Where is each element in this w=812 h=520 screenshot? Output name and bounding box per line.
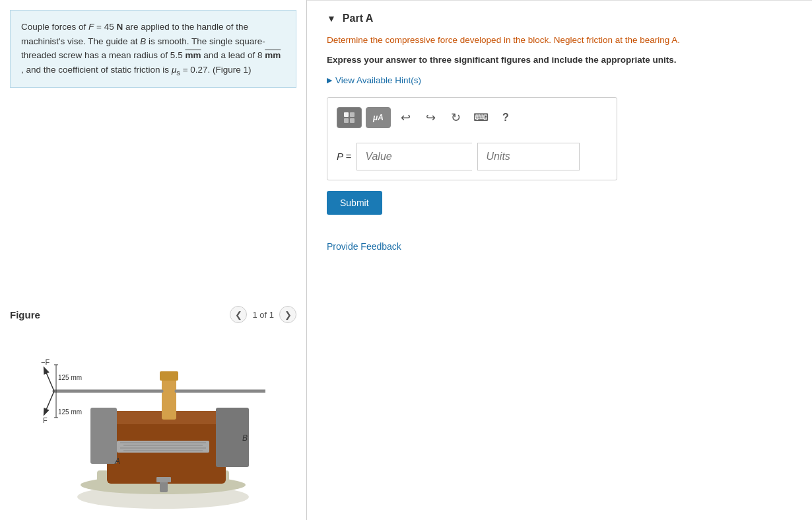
pos-force-label: F [43,416,48,424]
redo-icon: ↪ [426,110,436,125]
units-input[interactable] [477,143,580,170]
problem-statement: Couple forces of F = 45 N are applied to… [10,10,296,88]
right-panel: ▼ Part A Determine the compressive force… [307,0,812,520]
redo-button[interactable]: ↪ [420,107,441,128]
svg-rect-6 [90,408,117,464]
svg-rect-27 [350,118,355,123]
collapse-arrow[interactable]: ▼ [327,13,336,24]
prev-figure-button[interactable]: ❮ [230,306,247,323]
label-A: A [114,457,120,466]
undo-button[interactable]: ↩ [395,107,416,128]
problem-text: Couple forces of F = 45 N are applied to… [21,20,285,78]
dim-125mm-bot: 125 mm [58,408,82,416]
help-icon: ? [502,112,509,124]
mu-label: μA [373,113,384,122]
answer-box: μA ↩ ↪ ↻ ⌨ ? P = [327,97,617,180]
value-input[interactable] [356,143,472,170]
hint-text: View Available Hint(s) [335,75,421,85]
question-text: Determine the compressive force develope… [327,34,792,47]
svg-rect-12 [162,375,176,420]
svg-rect-24 [344,112,349,117]
mu-button[interactable]: μA [366,107,391,128]
input-row: P = [337,143,607,170]
keyboard-button[interactable]: ⌨ [470,107,491,128]
matrix-button[interactable] [337,107,362,128]
hint-arrow-icon: ▶ [327,76,332,85]
input-label: P = [337,151,351,162]
next-figure-button[interactable]: ❯ [279,306,296,323]
figure-header: Figure ❮ 1 of 1 ❯ [10,306,296,323]
part-a-section: ▼ Part A Determine the compressive force… [307,0,812,264]
vise-svg: A B −F F 125 mm [41,332,265,510]
part-header: ▼ Part A [327,13,792,24]
feedback-link[interactable]: Provide Feedback [327,241,401,252]
refresh-icon: ↻ [451,110,461,125]
submit-button[interactable]: Submit [327,191,382,215]
figure-title: Figure [10,309,40,320]
neg-force-label: −F [41,358,50,366]
dim-125mm-top: 125 mm [58,374,82,381]
hint-link[interactable]: ▶ View Available Hint(s) [327,75,792,85]
part-title: Part A [343,13,374,24]
svg-rect-13 [160,371,178,381]
toolbar: μA ↩ ↪ ↻ ⌨ ? [337,107,607,133]
help-button[interactable]: ? [495,107,516,128]
figure-section: Figure ❮ 1 of 1 ❯ [0,306,306,520]
label-B: B [242,433,248,443]
svg-rect-26 [344,118,349,123]
svg-rect-25 [350,112,355,117]
left-panel: Couple forces of F = 45 N are applied to… [0,0,307,520]
keyboard-icon: ⌨ [473,111,489,124]
undo-icon: ↩ [401,110,411,125]
instruction-text: Express your answer to three significant… [327,54,792,67]
refresh-button[interactable]: ↻ [445,107,466,128]
figure-nav: ❮ 1 of 1 ❯ [230,306,296,323]
svg-rect-23 [156,477,171,482]
figure-image: A B −F F 125 mm [10,328,296,513]
svg-line-16 [44,368,54,391]
page-indicator: 1 of 1 [252,310,274,320]
svg-line-17 [44,391,54,414]
